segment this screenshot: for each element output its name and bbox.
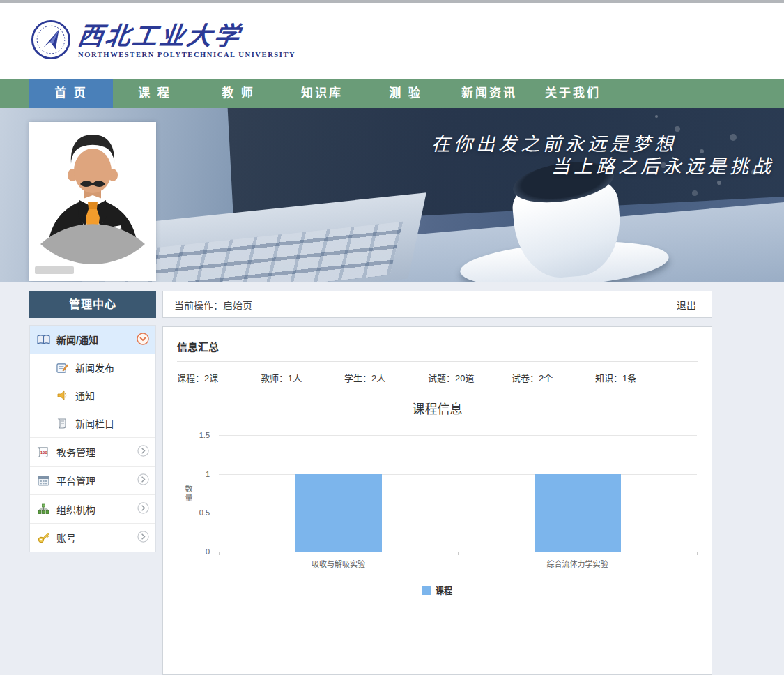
sidebar-item-news-notice[interactable]: 新闻/通知 <box>30 326 155 354</box>
sidebar-item-organization[interactable]: 组织机构 <box>30 494 155 523</box>
site-header: 西北工业大学 NORTHWESTERN POLYTECHNICAL UNIVER… <box>0 3 784 79</box>
bar-综合流体力学实验 <box>535 474 621 552</box>
stat-students: 学生：2人 <box>344 371 428 384</box>
bar-吸收与解吸实验 <box>295 474 382 552</box>
current-operation-label: 当前操作：启始页 <box>163 298 252 312</box>
avatar-watermark <box>35 266 74 274</box>
university-name-cn: 西北工业大学 <box>76 23 297 48</box>
university-logo[interactable]: 西北工业大学 NORTHWESTERN POLYTECHNICAL UNIVER… <box>31 20 295 63</box>
chart-legend-item[interactable]: 课程 <box>163 584 712 596</box>
chart-title: 课程信息 <box>163 399 712 417</box>
nav-item-knowledge[interactable]: 知识库 <box>280 79 364 108</box>
banner-slogan: 在你出发之前永远是梦想 当上路之后永远是挑战 <box>431 133 774 179</box>
chevron-right-circle-icon[interactable] <box>137 531 149 545</box>
nav-item-home[interactable]: 首 页 <box>29 79 113 108</box>
chevron-down-circle-icon[interactable] <box>137 333 149 347</box>
sidebar-item-platform-mgmt[interactable]: 平台管理 <box>30 466 155 494</box>
nav-item-teachers[interactable]: 教 师 <box>197 79 280 108</box>
gridline <box>219 513 697 513</box>
sidebar-item-label: 平台管理 <box>56 473 95 487</box>
chevron-right-circle-icon[interactable] <box>137 502 149 516</box>
sidebar-item-news-publish[interactable]: 新闻发布 <box>30 354 155 381</box>
logout-button[interactable]: 退出 <box>677 298 712 312</box>
y-axis-title: 数量 <box>183 485 194 503</box>
university-emblem-icon <box>31 20 71 63</box>
banner-rain-droplets <box>655 115 658 118</box>
university-name-en: NORTHWESTERN POLYTECHNICAL UNIVERSITY <box>78 51 295 59</box>
summary-stats-row: 课程：2课 教师：1人 学生：2人 试题：20道 试卷：2个 知识：1条 <box>177 371 698 384</box>
stat-teachers: 教师：1人 <box>261 371 344 384</box>
nav-item-about[interactable]: 关于我们 <box>531 79 615 108</box>
y-tick-label: 0 <box>206 547 210 556</box>
x-axis-tick <box>219 552 220 555</box>
sidebar-item-label: 新闻/通知 <box>56 333 98 347</box>
scroll-icon <box>55 417 69 430</box>
sidebar-item-news-column[interactable]: 新闻栏目 <box>30 409 155 437</box>
nav-item-courses[interactable]: 课 程 <box>113 79 197 108</box>
y-tick-label: 1.5 <box>199 431 210 439</box>
svg-text:100: 100 <box>40 450 48 454</box>
sidebar-item-label: 教务管理 <box>56 445 95 459</box>
user-avatar-card <box>29 122 156 281</box>
stat-papers: 试卷：2个 <box>512 371 595 384</box>
x-axis-label: 综合流体力学实验 <box>547 558 608 569</box>
chevron-right-circle-icon[interactable] <box>137 473 149 487</box>
slogan-line-2: 当上路之后永远是挑战 <box>431 156 774 178</box>
sidebar-item-academic-mgmt[interactable]: 100 教务管理 <box>30 437 155 466</box>
org-chart-icon <box>36 503 50 515</box>
stat-courses: 课程：2课 <box>177 371 261 384</box>
nav-item-news[interactable]: 新闻资讯 <box>447 79 531 108</box>
gridline <box>219 435 697 436</box>
operation-bar: 当前操作：启始页 退出 <box>162 291 712 318</box>
sidebar-item-label: 新闻栏目 <box>75 416 114 430</box>
x-axis-tick <box>697 552 698 555</box>
course-chart: 数量 00.511.5吸收与解吸实验综合流体力学实验 <box>219 435 697 552</box>
horn-icon <box>55 389 69 402</box>
hero-banner: 在你出发之前永远是梦想 当上路之后永远是挑战 <box>0 108 784 282</box>
stat-knowledge: 知识：1条 <box>595 371 679 384</box>
y-tick-label: 1 <box>206 470 210 478</box>
key-icon <box>36 531 50 544</box>
nav-item-tests[interactable]: 测 验 <box>364 79 447 108</box>
admin-dashboard-page: 西北工业大学 NORTHWESTERN POLYTECHNICAL UNIVER… <box>0 0 784 675</box>
legend-swatch <box>422 586 431 595</box>
sidebar-menu: 新闻/通知 新闻发布 通知 新闻栏目 100 <box>29 325 156 552</box>
chart-plot-area: 00.511.5吸收与解吸实验综合流体力学实验 <box>219 435 697 552</box>
sidebar-item-label: 通知 <box>75 388 95 402</box>
sidebar-item-account[interactable]: 账号 <box>30 523 155 552</box>
score-100-icon: 100 <box>36 446 50 458</box>
news-edit-icon <box>55 361 69 374</box>
chevron-right-circle-icon[interactable] <box>137 445 149 459</box>
logo-text: 西北工业大学 NORTHWESTERN POLYTECHNICAL UNIVER… <box>78 23 295 59</box>
x-axis-label: 吸收与解吸实验 <box>312 558 365 569</box>
gridline <box>219 474 697 475</box>
book-icon <box>36 333 50 346</box>
x-axis-tick <box>458 552 459 555</box>
y-tick-label: 0.5 <box>199 508 210 517</box>
stat-questions: 试题：20道 <box>428 371 512 384</box>
main-content-panel: 信息汇总 课程：2课 教师：1人 学生：2人 试题：20道 试卷：2个 知识：1… <box>162 326 712 675</box>
sidebar-item-label: 组织机构 <box>56 502 95 516</box>
sidebar-item-notice[interactable]: 通知 <box>30 381 155 409</box>
sidebar-item-label: 账号 <box>56 531 76 545</box>
slogan-line-1: 在你出发之前永远是梦想 <box>431 133 677 156</box>
summary-title: 信息汇总 <box>163 327 712 361</box>
legend-label: 课程 <box>436 584 452 596</box>
calendar-icon <box>36 474 50 487</box>
sidebar-item-label: 新闻发布 <box>75 361 114 374</box>
summary-divider <box>177 361 698 362</box>
sidebar-title: 管理中心 <box>29 291 156 318</box>
main-nav: 首 页 课 程 教 师 知识库 测 验 新闻资讯 关于我们 <box>0 79 784 108</box>
